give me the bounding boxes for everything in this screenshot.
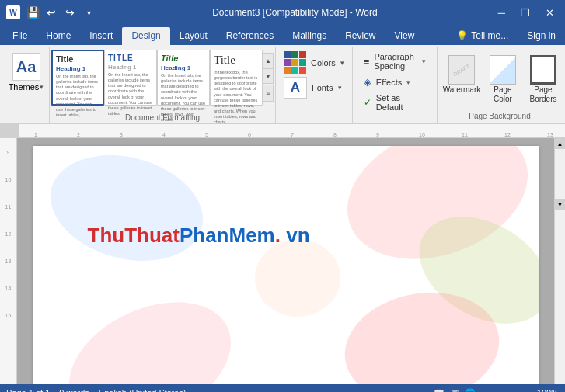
checkmark-icon: ✓ [364,97,371,108]
colors-fonts-group: Colors ▾ A Fonts ▾ [276,47,353,123]
scroll-down-button[interactable]: ▼ [555,199,566,210]
themes-content: Aa Themes ▾ [4,50,49,122]
format-item-3[interactable]: Title Heading 1 On the Insert tab, the g… [157,50,210,106]
page-content[interactable]: ThuThuatPhanMem. vn [33,146,539,263]
swatch-red [299,51,306,58]
scroll-up-button[interactable]: ▲ [555,138,566,149]
effects-button[interactable]: ◈ Effects ▾ [359,74,431,90]
format-item-4[interactable]: Title In the textbox, the gorgeous borde… [210,50,263,106]
document-page[interactable]: ThuThuatPhanMem. vn [33,146,539,384]
watermark-part3: vn [281,224,310,247]
fonts-label: Fonts [312,83,333,92]
paragraph-spacing-label: Paragraph Spacing [374,52,417,71]
tab-review[interactable]: Review [336,27,385,45]
ruler-content: 1 2 3 4 5 6 7 8 9 10 11 12 13 [34,124,565,137]
watermark-icon [448,54,476,85]
tab-home[interactable]: Home [37,27,80,45]
tab-mailings[interactable]: Mailings [283,27,336,45]
view-web-icon[interactable]: 🌐 [465,388,476,393]
quick-access-toolbar: 💾 ↩ ↪ ▾ [25,5,96,20]
effects-label: Effects [376,78,402,87]
ribbon: Aa Themes ▾ Title Heading 1 On the Inser… [0,45,565,124]
swatch-purple [284,59,291,66]
swatch-crimson [299,67,306,74]
watermark-dot: . [275,224,281,247]
undo-icon[interactable]: ↩ [44,5,59,20]
colors-button[interactable]: Colors ▾ [281,50,347,75]
themes-icon: Aa [12,53,40,81]
gallery-scroll-down[interactable]: ▼ [263,68,274,84]
page-color-label: PageColor [494,85,512,104]
ribbon-right: 💡 Tell me... Sign in [447,27,565,45]
window-controls: ─ ❐ ✕ [494,5,559,20]
sign-in-button[interactable]: Sign in [518,27,565,45]
page-color-icon [489,54,517,85]
formatting-options-group: ≡ Paragraph Spacing ▾ ◈ Effects ▾ ✓ Set … [353,47,438,123]
watermark-button[interactable]: Watermark [442,53,481,95]
minimize-button[interactable]: ─ [494,5,510,20]
tab-file[interactable]: File [3,27,37,45]
gallery-scroll: ▲ ▼ ≡ [263,53,274,102]
page-area[interactable]: ThuThuatPhanMem. vn [17,138,554,384]
ribbon-tabs: File Home Insert Design Layout Reference… [0,25,565,45]
colors-swatches [284,51,306,74]
gallery-scroll-up[interactable]: ▲ [263,53,274,68]
restore-button[interactable]: ❐ [516,5,535,20]
swatch-cyan [291,67,298,74]
set-as-default-button[interactable]: ✓ Set as Default [359,91,431,114]
title-bar: W 💾 ↩ ↪ ▾ Document3 [Compatibility Mode]… [0,0,565,25]
watermark-part1: ThuThuat [88,224,180,247]
watermark-text: ThuThuatPhanMem. vn [88,224,507,248]
document-formatting-group: Title Heading 1 On the Insert tab, the g… [50,47,276,123]
word-icon: W [6,5,20,19]
page-borders-label: PageBorders [529,85,556,104]
colors-fonts-group-label [281,117,347,120]
formatting-options-label [359,117,431,120]
paragraph-spacing-icon: ≡ [364,56,370,68]
redo-icon[interactable]: ↪ [62,5,78,20]
paragraph-spacing-dropdown-icon: ▾ [422,57,426,65]
tab-view[interactable]: View [385,27,424,45]
view-layout-icon[interactable]: ▣ [451,388,459,393]
watermark-label: Watermark [443,85,481,94]
gallery-scroll-more[interactable]: ≡ [263,85,274,102]
tab-layout[interactable]: Layout [170,27,217,45]
status-right: 📖 ▣ 🌐 ──────●── 100% [434,388,559,393]
customize-icon[interactable]: ▾ [81,5,96,20]
save-icon[interactable]: 💾 [25,5,40,20]
close-button[interactable]: ✕ [541,5,559,20]
vertical-ruler: 9 10 11 12 13 14 15 [0,138,17,384]
horizontal-ruler: 1 2 3 4 5 6 7 8 9 10 11 12 13 [0,124,565,138]
document-area: 9 10 11 12 13 14 15 [0,138,565,384]
fonts-dropdown-icon: ▾ [338,84,342,92]
colors-dropdown-icon: ▾ [340,59,344,67]
view-read-icon[interactable]: 📖 [434,388,445,393]
tab-references[interactable]: References [217,27,283,45]
page-borders-button[interactable]: PageBorders [525,53,562,106]
swatch-orange [284,67,291,74]
colors-label: Colors [311,58,336,68]
page-color-button[interactable]: PageColor [484,53,521,106]
format-gallery-top: Title Heading 1 On the Insert tab, the g… [50,47,275,112]
page-background-group: Watermark PageColor PageBorders Page Bac… [438,47,562,123]
tab-insert[interactable]: Insert [80,27,122,45]
format-item-2[interactable]: TITLE Heading 1 On the Insert tab, the g… [104,50,157,106]
themes-dropdown-icon: ▾ [40,83,44,91]
zoom-level: 100% [537,388,559,392]
themes-group: Aa Themes ▾ [3,47,50,123]
format-item-1[interactable]: Title Heading 1 On the Insert tab, the g… [51,50,104,106]
themes-button[interactable]: Aa Themes ▾ [4,50,49,95]
word-count: 0 words [59,388,89,392]
ruler-corner [0,124,19,138]
swatch-blue [284,51,291,58]
vertical-scrollbar[interactable]: ▲ ▼ [554,138,565,384]
paragraph-spacing-button[interactable]: ≡ Paragraph Spacing ▾ [359,50,431,73]
set-as-default-label: Set as Default [376,93,426,112]
tell-me-button[interactable]: 💡 Tell me... [447,27,518,45]
fonts-button[interactable]: A Fonts ▾ [281,75,347,100]
tab-design[interactable]: Design [122,27,169,45]
effects-icon: ◈ [364,76,371,88]
page-background-label: Page Background [442,109,557,120]
zoom-slider[interactable]: ──────●── [482,389,531,393]
themes-label: Themes [9,82,40,92]
